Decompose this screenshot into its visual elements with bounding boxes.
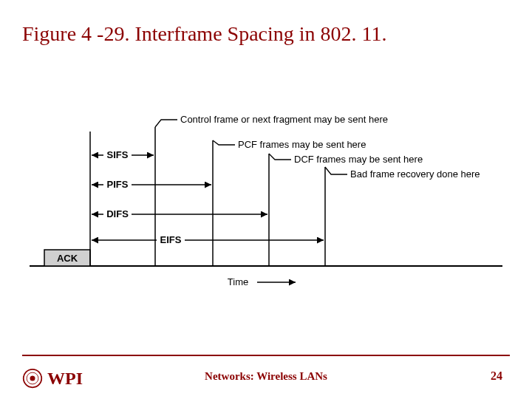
eifs-annotation: Bad frame recovery done here — [350, 168, 480, 180]
page-title: Figure 4 -29. Interframe Spacing in 802.… — [22, 22, 387, 46]
difs-leader — [269, 154, 291, 160]
pifs-annotation: PCF frames may be sent here — [238, 139, 366, 150]
footer-course-label: Networks: Wireless LANs — [0, 370, 532, 383]
eifs-leader — [325, 167, 347, 174]
eifs-label: EIFS — [160, 234, 182, 245]
difs-label: DIFS — [106, 208, 129, 219]
sifs-leader — [155, 120, 177, 127]
ack-label: ACK — [57, 253, 78, 264]
pifs-leader — [213, 140, 235, 145]
sifs-label: SIFS — [107, 149, 129, 160]
difs-annotation: DCF frames may be sent here — [294, 154, 423, 165]
pifs-label: PIFS — [107, 179, 129, 190]
page-number: 24 — [491, 369, 502, 383]
sifs-annotation: Control frame or next fragment may be se… — [180, 114, 388, 125]
interframe-spacing-diagram: ACK SIFS PIFS DIFS EIFS Control frame or… — [30, 111, 502, 303]
footer-divider — [22, 355, 510, 356]
time-axis-label: Time — [228, 276, 248, 287]
